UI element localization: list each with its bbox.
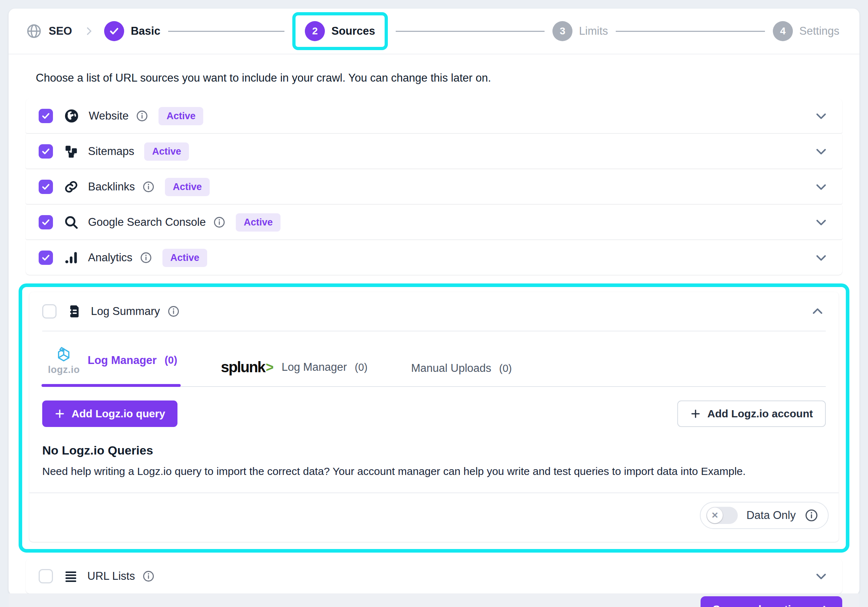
add-logzio-account-button[interactable]: Add Logz.io account	[677, 401, 826, 427]
data-only-label: Data Only	[746, 509, 796, 522]
stepper-connector	[168, 31, 284, 32]
stepper-connector	[396, 31, 545, 32]
breadcrumb: SEO	[26, 23, 72, 39]
empty-state-title: No Logz.io Queries	[42, 444, 826, 457]
log-file-icon	[67, 304, 82, 318]
toggle-knob-off-icon: ✕	[707, 508, 723, 523]
source-row-sitemaps[interactable]: Sitemaps Active	[26, 134, 842, 169]
annotation-highlight-log-summary: Log Summary	[19, 284, 849, 553]
tab-splunk-log-manager[interactable]: splunk > Log Manager (0)	[219, 357, 370, 386]
tab-logzio-log-manager[interactable]: logz.io Log Manager (0)	[46, 343, 179, 386]
sitemaps-checkbox[interactable]	[39, 144, 53, 158]
step-basic[interactable]: Basic	[104, 21, 160, 41]
logzio-wordmark: logz.io	[48, 365, 80, 375]
step-sources[interactable]: 2 Sources	[305, 21, 375, 41]
source-row-log-summary[interactable]: Log Summary	[29, 292, 839, 331]
source-label: Google Search Console	[88, 216, 206, 229]
source-row-analytics[interactable]: Analytics Active	[26, 241, 842, 275]
plus-icon	[690, 408, 701, 419]
tab-count: (0)	[355, 362, 367, 373]
tab-manual-uploads[interactable]: Manual Uploads (0)	[409, 360, 514, 386]
source-label: Sitemaps	[88, 145, 134, 158]
list-lines-icon	[64, 569, 78, 584]
empty-state-description: Need help writing a Logz.io query to imp…	[42, 465, 826, 477]
status-badge: Active	[158, 107, 203, 125]
step-number: 3	[552, 21, 572, 41]
source-list: Website Active Sitemaps Active	[26, 99, 842, 275]
log-summary-panel: Log Summary	[29, 292, 839, 542]
source-row-backlinks[interactable]: Backlinks Active	[26, 170, 842, 204]
search-icon	[64, 215, 79, 230]
save-and-continue-button[interactable]: Save and continue	[701, 596, 842, 607]
analytics-bars-icon	[64, 250, 79, 265]
status-badge: Active	[144, 143, 189, 161]
step-number: 4	[773, 21, 793, 41]
source-label: URL Lists	[87, 570, 135, 583]
website-checkbox[interactable]	[39, 109, 53, 123]
chevron-up-icon[interactable]	[811, 304, 825, 318]
splunk-wordmark: splunk	[221, 360, 265, 375]
chevron-down-icon[interactable]	[814, 216, 828, 229]
chevron-down-icon[interactable]	[814, 570, 828, 583]
info-icon[interactable]	[213, 216, 226, 229]
analytics-checkbox[interactable]	[39, 250, 53, 265]
source-label: Website	[89, 110, 129, 123]
page-description: Choose a list of URL sources you want to…	[36, 71, 842, 84]
splunk-chevron-glyph: >	[266, 360, 274, 374]
logzio-logo: logz.io	[48, 346, 80, 375]
website-globe-icon	[64, 108, 79, 124]
step-label: Sources	[331, 25, 375, 37]
url-lists-checkbox[interactable]	[39, 569, 53, 584]
gsc-checkbox[interactable]	[39, 215, 53, 230]
plus-icon	[54, 408, 65, 419]
sitemap-icon	[64, 144, 79, 159]
info-icon[interactable]	[142, 570, 155, 583]
sources-page: Choose a list of URL sources you want to…	[9, 54, 859, 593]
check-icon	[104, 21, 124, 41]
button-label: Add Logz.io query	[71, 408, 165, 420]
project-name: SEO	[49, 25, 72, 37]
info-icon[interactable]	[142, 180, 155, 193]
info-icon[interactable]	[804, 508, 818, 523]
tab-label: Manual Uploads	[411, 362, 491, 375]
button-label: Save and continue	[713, 604, 811, 607]
source-label: Log Summary	[91, 305, 160, 318]
add-logzio-query-button[interactable]: Add Logz.io query	[42, 401, 177, 427]
source-row-website[interactable]: Website Active	[26, 99, 842, 133]
status-badge: Active	[165, 178, 210, 196]
chevron-down-icon[interactable]	[814, 180, 828, 194]
source-row-google-search-console[interactable]: Google Search Console Active	[26, 205, 842, 239]
info-icon[interactable]	[167, 305, 180, 318]
splunk-logo: splunk >	[221, 360, 274, 375]
stepper-connector	[616, 31, 765, 32]
tab-count: (0)	[164, 354, 177, 366]
log-summary-checkbox[interactable]	[42, 304, 57, 318]
tab-label: Log Manager	[88, 354, 157, 367]
step-number: 2	[305, 21, 325, 41]
chevron-down-icon[interactable]	[814, 144, 828, 158]
tab-label: Log Manager	[282, 361, 347, 374]
button-label: Add Logz.io account	[707, 408, 813, 420]
annotation-highlight-sources-step: 2 Sources	[292, 12, 388, 50]
step-settings[interactable]: 4 Settings	[773, 21, 839, 41]
status-badge: Active	[163, 249, 207, 267]
chevron-down-icon[interactable]	[814, 251, 828, 264]
info-icon[interactable]	[136, 110, 149, 123]
backlinks-checkbox[interactable]	[39, 180, 53, 194]
link-icon	[64, 179, 79, 194]
tab-count: (0)	[499, 363, 512, 374]
step-label: Settings	[799, 25, 839, 37]
step-limits[interactable]: 3 Limits	[552, 21, 608, 41]
step-label: Limits	[579, 25, 608, 37]
status-badge: Active	[236, 213, 281, 231]
log-provider-tabs: logz.io Log Manager (0) splunk > Log Man…	[42, 331, 826, 387]
stepper: SEO Basic 2 Sources 3 Limits 4 Setting	[9, 9, 859, 54]
wizard-footer: Save and continue	[9, 593, 859, 607]
crawl-setup-window: SEO Basic 2 Sources 3 Limits 4 Setting	[9, 9, 859, 596]
source-row-url-lists[interactable]: URL Lists	[26, 559, 842, 593]
data-only-toggle[interactable]: ✕	[706, 507, 738, 524]
info-icon[interactable]	[140, 251, 152, 264]
arrow-right-icon	[817, 604, 830, 607]
source-label: Backlinks	[88, 180, 135, 193]
chevron-down-icon[interactable]	[814, 109, 828, 123]
